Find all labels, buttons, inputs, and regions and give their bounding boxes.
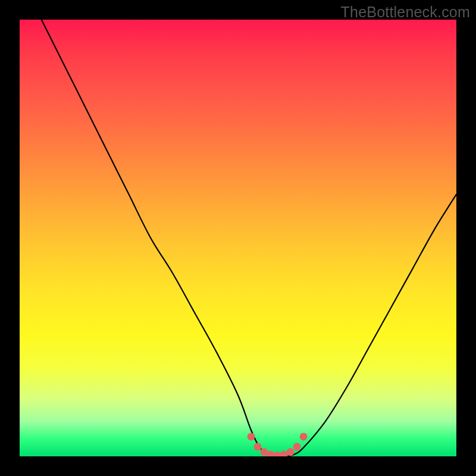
valley-dot bbox=[287, 448, 295, 456]
valley-dot bbox=[300, 433, 308, 440]
valley-dot bbox=[293, 443, 301, 450]
valley-dot bbox=[274, 452, 281, 456]
chart-frame: TheBottleneck.com bbox=[0, 0, 476, 476]
valley-dot bbox=[254, 443, 262, 450]
bottleneck-curve bbox=[42, 20, 456, 456]
valley-dot bbox=[248, 433, 255, 440]
watermark-text: TheBottleneck.com bbox=[341, 4, 470, 21]
plot-area bbox=[20, 20, 456, 456]
chart-svg bbox=[20, 20, 456, 456]
